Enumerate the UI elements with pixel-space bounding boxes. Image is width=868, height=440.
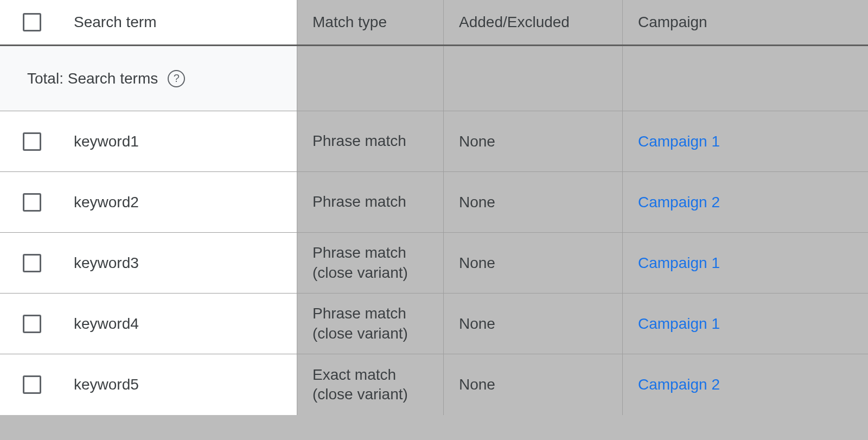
row-search-cell: keyword1 xyxy=(0,111,297,171)
search-term-value: keyword3 xyxy=(74,254,139,272)
row-added-cell: None xyxy=(444,294,623,354)
table-row: keyword1 Phrase match None Campaign 1 xyxy=(0,111,868,172)
select-all-checkbox[interactable] xyxy=(23,13,41,31)
row-match-cell: Phrase match xyxy=(297,172,444,232)
campaign-link[interactable]: Campaign 2 xyxy=(638,194,720,211)
row-added-cell: None xyxy=(444,354,623,415)
added-excluded-value: None xyxy=(459,254,495,272)
table-row: keyword2 Phrase match None Campaign 2 xyxy=(0,172,868,233)
total-added-cell xyxy=(444,46,623,111)
added-excluded-value: None xyxy=(459,376,495,393)
search-term-value: keyword1 xyxy=(74,133,139,150)
added-excluded-value: None xyxy=(459,315,495,333)
header-added-excluded-cell: Added/Excluded xyxy=(444,0,623,44)
search-term-value: keyword4 xyxy=(74,315,139,333)
campaign-link[interactable]: Campaign 2 xyxy=(638,376,720,393)
row-campaign-cell: Campaign 2 xyxy=(623,172,868,232)
header-match-type-cell: Match type xyxy=(297,0,444,44)
row-match-cell: Phrase match xyxy=(297,111,444,171)
row-search-cell: keyword3 xyxy=(0,233,297,293)
total-row: Total: Search terms ? xyxy=(0,46,868,111)
row-added-cell: None xyxy=(444,233,623,293)
row-checkbox[interactable] xyxy=(23,375,41,394)
row-added-cell: None xyxy=(444,172,623,232)
row-search-cell: keyword2 xyxy=(0,172,297,232)
header-campaign[interactable]: Campaign xyxy=(638,14,707,31)
row-search-cell: keyword5 xyxy=(0,354,297,415)
header-match-type[interactable]: Match type xyxy=(312,14,387,31)
match-type-value: Phrase match xyxy=(312,192,406,212)
row-campaign-cell: Campaign 2 xyxy=(623,354,868,415)
row-campaign-cell: Campaign 1 xyxy=(623,294,868,354)
table-row: keyword4 Phrase match (close variant) No… xyxy=(0,294,868,354)
row-campaign-cell: Campaign 1 xyxy=(623,111,868,171)
total-label: Total: Search terms xyxy=(27,70,158,87)
search-term-value: keyword2 xyxy=(74,194,139,211)
match-type-value: Phrase match (close variant) xyxy=(312,243,428,283)
total-match-cell xyxy=(297,46,444,111)
row-added-cell: None xyxy=(444,111,623,171)
row-match-cell: Phrase match (close variant) xyxy=(297,294,444,354)
match-type-value: Phrase match (close variant) xyxy=(312,304,428,343)
row-match-cell: Phrase match (close variant) xyxy=(297,233,444,293)
total-campaign-cell xyxy=(623,46,868,111)
row-checkbox[interactable] xyxy=(23,193,41,212)
header-added-excluded[interactable]: Added/Excluded xyxy=(459,14,570,31)
row-match-cell: Exact match (close variant) xyxy=(297,354,444,415)
row-checkbox[interactable] xyxy=(23,254,41,272)
row-campaign-cell: Campaign 1 xyxy=(623,233,868,293)
added-excluded-value: None xyxy=(459,133,495,150)
total-search-cell: Total: Search terms ? xyxy=(0,46,297,111)
table-header-row: Search term Match type Added/Excluded Ca… xyxy=(0,0,868,46)
table-row: keyword5 Exact match (close variant) Non… xyxy=(0,354,868,415)
header-search-term-cell: Search term xyxy=(0,0,297,44)
header-search-term[interactable]: Search term xyxy=(74,14,157,31)
row-search-cell: keyword4 xyxy=(0,294,297,354)
campaign-link[interactable]: Campaign 1 xyxy=(638,254,720,272)
match-type-value: Phrase match xyxy=(312,131,406,151)
search-terms-table: Search term Match type Added/Excluded Ca… xyxy=(0,0,868,415)
match-type-value: Exact match (close variant) xyxy=(312,365,428,405)
campaign-link[interactable]: Campaign 1 xyxy=(638,315,720,333)
row-checkbox[interactable] xyxy=(23,315,41,333)
search-term-value: keyword5 xyxy=(74,376,139,393)
table-row: keyword3 Phrase match (close variant) No… xyxy=(0,233,868,294)
row-checkbox[interactable] xyxy=(23,132,41,151)
added-excluded-value: None xyxy=(459,194,495,211)
help-icon[interactable]: ? xyxy=(168,70,185,87)
header-campaign-cell: Campaign xyxy=(623,0,868,44)
campaign-link[interactable]: Campaign 1 xyxy=(638,133,720,150)
